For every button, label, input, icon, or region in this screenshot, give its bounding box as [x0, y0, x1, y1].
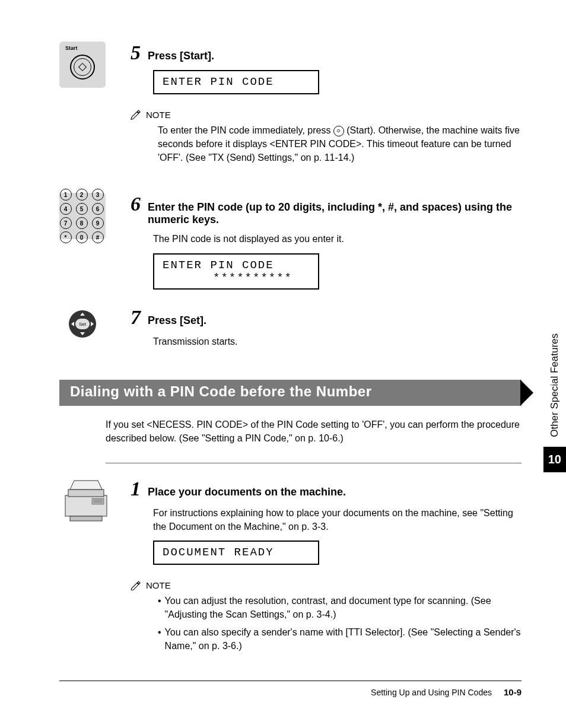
side-chapter-number: 10	[543, 447, 566, 472]
step-body: Transmission starts.	[131, 335, 522, 348]
svg-rect-4	[68, 489, 104, 497]
list-item: • You can also specify a sender's name w…	[158, 625, 522, 653]
step-number: 1	[131, 478, 141, 500]
start-label: Start	[65, 45, 78, 51]
pencil-icon	[131, 110, 141, 119]
key-8: 8	[76, 217, 88, 229]
note-label: NOTE	[146, 580, 171, 590]
step-5: Start 5 Press [Start]. ENTER PIN CODE	[59, 42, 522, 176]
key-6: 6	[92, 203, 104, 215]
key-3: 3	[92, 189, 104, 201]
page-footer: Setting Up and Using PIN Codes 10-9	[59, 681, 522, 697]
svg-rect-0	[337, 129, 340, 132]
nav-set-icon: Set	[59, 306, 113, 342]
svg-rect-6	[70, 516, 102, 521]
lcd-display: ENTER PIN CODE **********	[153, 253, 319, 290]
step-number: 6	[131, 193, 141, 215]
step-title: Enter the PIN code (up to 20 digits, inc…	[148, 201, 522, 226]
step-title: Place your documents on the machine.	[148, 486, 346, 498]
key-4: 4	[60, 203, 72, 215]
key-9: 9	[92, 217, 104, 229]
svg-marker-1	[520, 380, 533, 406]
start-button-icon: Start	[59, 42, 113, 88]
step-1: 1 Place your documents on the machine. F…	[59, 478, 522, 665]
key-5: 5	[76, 203, 88, 215]
page-content: Start 5 Press [Start]. ENTER PIN CODE	[0, 0, 566, 717]
key-0: 0	[76, 231, 88, 243]
side-tab: Other Special Features 10	[543, 326, 566, 472]
step-body: The PIN code is not displayed as you ent…	[131, 232, 522, 246]
lcd-display: DOCUMENT READY	[153, 541, 319, 565]
side-chapter-title: Other Special Features	[546, 326, 563, 444]
divider	[106, 463, 522, 463]
step-body: For instructions explaining how to place…	[131, 506, 522, 533]
footer-page-number: 10-9	[504, 687, 522, 697]
printer-icon	[59, 478, 113, 524]
key-1: 1	[60, 189, 72, 201]
pencil-icon	[131, 581, 141, 590]
note-list: • You can adjust the resolution, contras…	[131, 594, 522, 653]
key-hash: #	[92, 231, 104, 243]
lcd-display: ENTER PIN CODE	[153, 70, 319, 94]
svg-marker-5	[70, 481, 102, 489]
key-2: 2	[76, 189, 88, 201]
section-intro: If you set <NECESS. PIN CODE> of the PIN…	[59, 418, 522, 445]
note-block: NOTE To enter the PIN code immediately, …	[131, 110, 522, 165]
numeric-keypad-icon: 1 2 3 4 5 6 7 8 9 * 0 #	[59, 193, 113, 239]
note-label: NOTE	[146, 110, 171, 120]
svg-rect-7	[92, 498, 104, 504]
step-title: Press [Start].	[148, 50, 214, 62]
step-7: Set 7 Press [Set]. Transmission starts.	[59, 306, 522, 355]
step-number: 5	[131, 42, 141, 64]
start-icon	[333, 126, 344, 136]
key-7: 7	[60, 217, 72, 229]
section-heading: Dialing with a PIN Code before the Numbe…	[59, 380, 522, 406]
step-title: Press [Set].	[148, 314, 206, 327]
step-number: 7	[131, 306, 141, 329]
footer-title: Setting Up and Using PIN Codes	[371, 688, 492, 697]
key-star: *	[60, 231, 72, 243]
list-item: • You can adjust the resolution, contras…	[158, 594, 522, 621]
note-body: To enter the PIN code immediately, press…	[131, 123, 522, 165]
step-6: 1 2 3 4 5 6 7 8 9 * 0 # 6 Enter the PIN …	[59, 193, 522, 290]
note-block: NOTE • You can adjust the resolution, co…	[131, 580, 522, 653]
